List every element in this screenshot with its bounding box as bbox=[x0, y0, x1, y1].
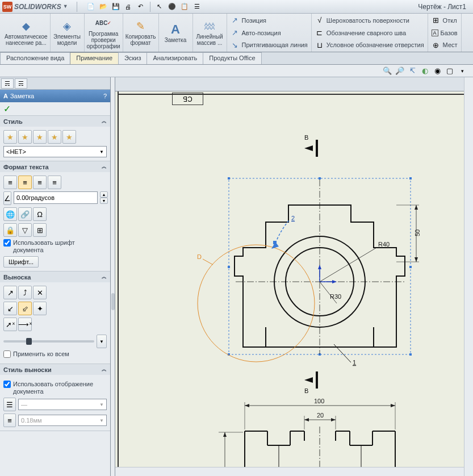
help-icon[interactable]: ? bbox=[103, 93, 107, 99]
rebuild-icon[interactable]: ⚫ bbox=[166, 1, 178, 12]
command-tabs: Расположение вида Примечание Эскиз Анали… bbox=[0, 52, 473, 65]
section-view-icon[interactable]: ◐ bbox=[420, 66, 430, 76]
text-format-section-header[interactable]: Формат текста ︽ bbox=[0, 161, 110, 172]
leader-arrow-1[interactable]: ➚ˣ bbox=[3, 318, 17, 331]
tab-annotation[interactable]: Примечание bbox=[70, 52, 119, 64]
style-fav-5[interactable]: ★ bbox=[62, 130, 76, 144]
tab-sketch[interactable]: Эскиз bbox=[118, 52, 147, 64]
style-fav-4[interactable]: ★ bbox=[48, 130, 61, 144]
hole-callout-icon: ⊔ bbox=[315, 40, 324, 49]
angle-up-button[interactable]: ▲ bbox=[100, 191, 108, 198]
style-fav-3[interactable]: ★ bbox=[33, 130, 47, 144]
settings-icon[interactable]: ▾ bbox=[457, 66, 467, 76]
style-fav-1[interactable]: ★ bbox=[3, 130, 17, 144]
line-style-combo[interactable]: —▼ bbox=[18, 399, 107, 410]
flag-button[interactable]: ▽ bbox=[18, 223, 32, 237]
open-icon[interactable]: 📂 bbox=[98, 1, 109, 12]
leader-type-3[interactable]: ✕ bbox=[33, 286, 47, 299]
auto-balloon-button[interactable]: ↗ Авто-позиция bbox=[229, 27, 309, 39]
style-combo[interactable]: <НЕТ>▼ bbox=[3, 146, 107, 157]
leader-slider[interactable] bbox=[3, 340, 94, 343]
style-section-header[interactable]: Стиль ︽ bbox=[0, 116, 110, 127]
magnetic-line-button[interactable]: ↘ Притягивающая линия bbox=[229, 39, 309, 51]
align-left-button[interactable]: ≡ bbox=[3, 176, 17, 189]
drawing-canvas[interactable]: СБ bbox=[115, 77, 473, 476]
use-doc-display-checkbox[interactable] bbox=[3, 381, 11, 388]
hide-show-icon[interactable]: ▢ bbox=[445, 66, 455, 76]
zoom-fit-icon[interactable]: 🔍 bbox=[382, 66, 392, 76]
options-icon[interactable]: 📋 bbox=[179, 1, 190, 12]
line-thickness-combo[interactable]: 0.18мм▼ bbox=[18, 415, 107, 426]
leader-side-1[interactable]: ↙ bbox=[3, 302, 17, 315]
svg-text:50: 50 bbox=[414, 229, 421, 236]
use-doc-font-checkbox[interactable] bbox=[3, 239, 11, 247]
datum-icon: A bbox=[432, 30, 438, 36]
gtol-insert-button[interactable]: ⊞ bbox=[33, 223, 47, 237]
leader-arrow-2[interactable]: ⟶ˣ bbox=[18, 318, 32, 331]
format-painter-button[interactable]: ✎ Копировать формат bbox=[123, 14, 159, 52]
tab-office[interactable]: Продукты Office bbox=[203, 52, 261, 64]
section-mark-bottom: B bbox=[304, 371, 317, 394]
leader-style-section-header[interactable]: Стиль выноски ︽ bbox=[0, 364, 110, 375]
datum-button[interactable]: A Базов bbox=[430, 27, 459, 39]
svg-marker-43 bbox=[391, 404, 395, 407]
surface-finish-button[interactable]: √ Шероховатость поверхности bbox=[314, 15, 425, 26]
auto-dimension-button[interactable]: ◆ Автоматическое нанесение ра... bbox=[2, 14, 51, 52]
align-justify-button[interactable]: ≡ bbox=[48, 176, 61, 189]
svg-text:B: B bbox=[304, 134, 308, 141]
horizontal-scrollbar[interactable] bbox=[115, 467, 464, 476]
zoom-area-icon[interactable]: 🔎 bbox=[395, 66, 405, 76]
tab-evaluate[interactable]: Анализировать bbox=[146, 52, 203, 64]
note-button[interactable]: A Заметка bbox=[159, 14, 193, 52]
undo-icon[interactable]: ↶ bbox=[135, 1, 146, 12]
app-menu-arrow[interactable]: ▼ bbox=[63, 3, 70, 10]
leader-type-1[interactable]: ↗ bbox=[3, 286, 17, 299]
link-to-prop-button[interactable]: 🔗 bbox=[18, 207, 32, 221]
svg-rect-7 bbox=[409, 353, 412, 356]
angle-input[interactable] bbox=[14, 191, 98, 204]
save-icon[interactable]: 💾 bbox=[110, 1, 122, 12]
leader-side-3[interactable]: ✦ bbox=[33, 302, 47, 315]
weld-symbol-button[interactable]: ⊏ Обозначение сварного шва bbox=[314, 27, 425, 39]
balloon-button[interactable]: ↗ Позиция bbox=[229, 15, 309, 26]
leader-side-2[interactable]: ⬃ bbox=[18, 302, 32, 315]
property-tab[interactable]: ☴ bbox=[15, 78, 27, 89]
slider-dropdown[interactable]: ▼ bbox=[97, 335, 107, 348]
align-right-button[interactable]: ≡ bbox=[33, 176, 47, 189]
datum-target-button[interactable]: ⊕ Мест bbox=[430, 39, 459, 51]
leader-section-header[interactable]: Выноска ︽ bbox=[0, 272, 110, 282]
lock-button[interactable]: 🔒 bbox=[3, 223, 17, 237]
print-icon[interactable]: 🖨 bbox=[123, 1, 134, 12]
gtol-icon: ⊞ bbox=[432, 16, 441, 25]
spell-check-button[interactable]: ABC✓ Программа проверки орфографии bbox=[85, 14, 123, 52]
new-icon[interactable]: 📄 bbox=[85, 1, 97, 12]
style-fav-2[interactable]: ★ bbox=[18, 130, 32, 144]
svg-line-20 bbox=[320, 282, 337, 303]
model-items-button[interactable]: ◈ Элементы модели bbox=[51, 14, 85, 52]
add-symbol-button[interactable]: Ω bbox=[33, 207, 47, 221]
tab-view-layout[interactable]: Расположение вида bbox=[0, 52, 70, 64]
font-button[interactable]: Шрифт... bbox=[3, 256, 39, 268]
select-icon[interactable]: ↖ bbox=[154, 1, 165, 12]
solidworks-icon: SW bbox=[2, 2, 12, 12]
linear-pattern-button[interactable]: AAAAAA Линейный массив ... bbox=[193, 14, 227, 52]
svg-marker-47 bbox=[331, 418, 336, 421]
prev-view-icon[interactable]: ↸ bbox=[407, 66, 417, 76]
vertical-scrollbar[interactable] bbox=[464, 77, 473, 476]
feature-tree-tab[interactable]: ☴ bbox=[1, 78, 14, 89]
align-center-button[interactable]: ≡ bbox=[18, 176, 32, 189]
angle-down-button[interactable]: ▼ bbox=[100, 198, 108, 204]
balloon-icon: ↗ bbox=[231, 16, 240, 25]
panel-splitter[interactable] bbox=[111, 77, 115, 476]
props-icon[interactable]: ☰ bbox=[191, 1, 203, 12]
gtol-button[interactable]: ⊞ Откл bbox=[430, 15, 459, 26]
insert-hyperlink-button[interactable]: 🌐 bbox=[3, 207, 17, 221]
apply-all-checkbox[interactable] bbox=[3, 350, 11, 358]
svg-line-18 bbox=[320, 248, 376, 282]
splitter-handle-icon bbox=[111, 293, 115, 310]
leader-type-2[interactable]: ⤴ bbox=[18, 286, 32, 299]
ok-button[interactable]: ✓ bbox=[3, 103, 15, 115]
display-style-icon[interactable]: ◉ bbox=[432, 66, 442, 76]
hole-callout-button[interactable]: ⊔ Условное обозначение отверстия bbox=[314, 39, 425, 51]
panel-title: Заметка bbox=[10, 93, 34, 99]
